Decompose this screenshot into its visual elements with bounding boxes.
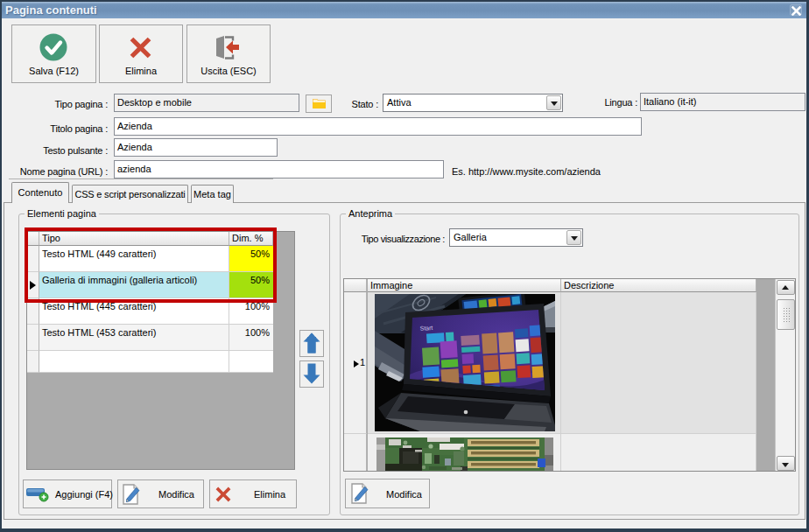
- svg-text:Start: Start: [419, 325, 433, 332]
